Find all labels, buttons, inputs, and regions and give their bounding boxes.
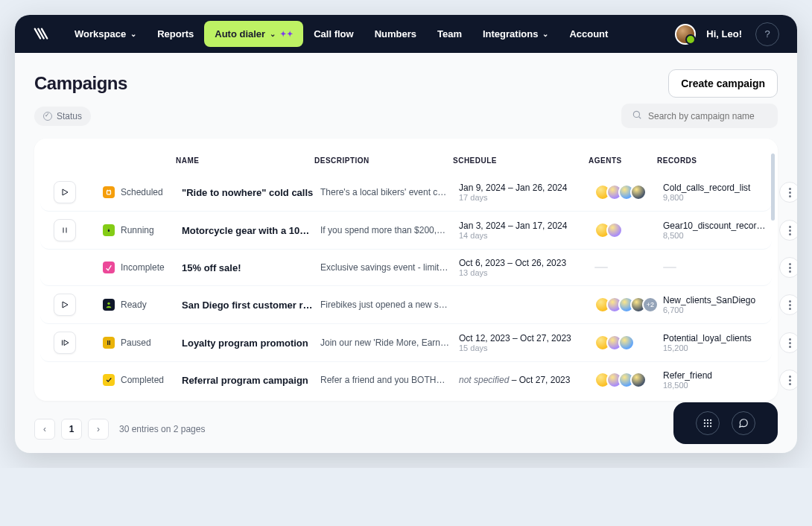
- campaign-schedule: Jan 3, 2024 – Jan 17, 202414 days: [459, 221, 590, 240]
- status-badge-icon: [103, 374, 115, 386]
- records-cell: Cold_calls_record_list9,800: [663, 183, 775, 202]
- greeting: Hi, Leo!: [706, 28, 742, 39]
- create-campaign-button[interactable]: Create campaign: [668, 69, 778, 98]
- play-button[interactable]: [54, 181, 76, 203]
- records-cell: Gear10_discount_record_li…8,500: [663, 221, 775, 240]
- nav-item-label: Numbers: [375, 28, 416, 39]
- status-label: Scheduled: [121, 187, 163, 197]
- agents-cell: [594, 335, 659, 351]
- chevron-down-icon: ⌄: [130, 30, 136, 38]
- nav-item-label: Team: [437, 28, 462, 39]
- campaign-schedule: not specified – Oct 27, 2023: [459, 375, 590, 385]
- page-title: Campaigns: [34, 73, 127, 94]
- agents-cell: [594, 372, 659, 388]
- top-nav: Workspace⌄ReportsAuto dialer⌄✦✦Call flow…: [15, 15, 797, 53]
- search-input[interactable]: [648, 111, 767, 121]
- svg-point-12: [707, 419, 708, 421]
- search-field[interactable]: [621, 104, 778, 128]
- table-row[interactable]: RunningMotorcycle gear with a 10%…If you…: [40, 212, 772, 250]
- empty-dash-icon: [594, 267, 608, 268]
- agents-cell: +2: [594, 297, 659, 313]
- campaign-description: If you spend more than $200,…: [320, 225, 454, 235]
- records-cell: Refer_friend18,500: [663, 370, 775, 390]
- nav-item-label: Reports: [157, 28, 194, 39]
- svg-rect-2: [107, 191, 111, 194]
- nav-item-workspace[interactable]: Workspace⌄: [64, 21, 147, 47]
- logo-icon: [33, 26, 49, 42]
- scrollbar[interactable]: [771, 153, 775, 221]
- status-filter-chip[interactable]: Status: [34, 107, 91, 126]
- agents-cell: [594, 267, 659, 268]
- records-cell: Potential_loyal_clients15,200: [663, 333, 775, 352]
- nav-item-team[interactable]: Team: [427, 21, 472, 47]
- status-label: Ready: [121, 300, 147, 310]
- status-label: Incomplete: [121, 262, 165, 273]
- nav-item-label: Integrations: [483, 28, 538, 39]
- status-label: Completed: [121, 375, 164, 385]
- agent-avatar: [606, 222, 623, 238]
- help-button[interactable]: ?: [755, 22, 779, 46]
- page-number[interactable]: 1: [61, 419, 82, 440]
- svg-point-18: [707, 425, 708, 427]
- table-row[interactable]: PausedLoyalty program promotionJoin our …: [40, 324, 772, 362]
- campaign-description: Refer a friend and you BOTH…: [320, 375, 454, 385]
- svg-point-6: [107, 302, 110, 305]
- agent-avatar: [630, 184, 647, 200]
- chevron-down-icon: ⌄: [542, 30, 548, 38]
- campaign-name: Referral program campaign: [182, 375, 316, 386]
- campaign-name: Motorcycle gear with a 10%…: [182, 225, 316, 236]
- row-menu-button[interactable]: [779, 294, 797, 315]
- agent-more-badge: +2: [642, 297, 659, 313]
- records-cell: [663, 267, 775, 268]
- app-window: Workspace⌄ReportsAuto dialer⌄✦✦Call flow…: [15, 15, 797, 453]
- prev-page-button[interactable]: ‹: [34, 419, 55, 440]
- empty-dash-icon: [663, 267, 676, 268]
- nav-item-account[interactable]: Account: [559, 21, 618, 47]
- table-row[interactable]: ReadySan Diego first customer revi…Fireb…: [40, 286, 772, 324]
- status-label: Paused: [121, 338, 151, 348]
- svg-marker-1: [63, 189, 68, 195]
- table-row[interactable]: CompletedReferral program campaignRefer …: [40, 362, 772, 398]
- nav-item-label: Account: [569, 28, 608, 39]
- nav-item-auto-dialer[interactable]: Auto dialer⌄✦✦: [204, 21, 303, 47]
- campaign-description: Exclusive savings event - limit…: [320, 262, 454, 273]
- play-button[interactable]: [54, 294, 76, 316]
- campaign-description: Join our new 'Ride More, Earn…: [320, 338, 454, 348]
- svg-point-11: [704, 419, 705, 421]
- pause-button[interactable]: [54, 219, 76, 241]
- campaigns-table: NAME DESCRIPTION SCHEDULE AGENTS RECORDS…: [34, 139, 778, 401]
- sparkle-icon: ✦✦: [280, 30, 293, 38]
- col-schedule: SCHEDULE: [453, 156, 584, 165]
- campaign-name: San Diego first customer revi…: [182, 300, 316, 311]
- next-page-button[interactable]: ›: [88, 419, 109, 440]
- table-row[interactable]: Incomplete15% off sale!Exclusive savings…: [40, 250, 772, 286]
- nav-item-integrations[interactable]: Integrations⌄: [472, 21, 559, 47]
- dialpad-button[interactable]: [696, 411, 720, 435]
- svg-point-19: [710, 425, 711, 427]
- status-badge-icon: [103, 186, 115, 198]
- nav-item-numbers[interactable]: Numbers: [364, 21, 427, 47]
- svg-point-14: [704, 422, 705, 424]
- chat-button[interactable]: [732, 411, 755, 435]
- svg-point-17: [704, 425, 705, 427]
- nav-item-call-flow[interactable]: Call flow: [303, 21, 364, 47]
- campaign-schedule: Jan 9, 2024 – Jan 26, 202417 days: [459, 183, 590, 202]
- row-menu-button[interactable]: [779, 182, 797, 203]
- agents-cell: [594, 222, 659, 238]
- status-badge-icon: [103, 262, 115, 273]
- row-menu-button[interactable]: [779, 220, 797, 241]
- col-name: NAME: [176, 156, 310, 165]
- status-badge-icon: [103, 299, 115, 311]
- status-label: Running: [121, 225, 154, 235]
- svg-point-16: [710, 422, 711, 424]
- resume-button[interactable]: [54, 332, 76, 354]
- bottom-dock: [673, 402, 778, 444]
- campaign-name: Loyalty program promotion: [182, 338, 316, 349]
- col-agents: AGENTS: [589, 156, 653, 165]
- nav-item-reports[interactable]: Reports: [147, 21, 204, 47]
- row-menu-button[interactable]: [779, 332, 797, 353]
- table-row[interactable]: Scheduled"Ride to nowhere" cold callsThe…: [40, 174, 772, 212]
- row-menu-button[interactable]: [779, 370, 797, 390]
- user-avatar[interactable]: [675, 24, 696, 45]
- row-menu-button[interactable]: [779, 257, 797, 278]
